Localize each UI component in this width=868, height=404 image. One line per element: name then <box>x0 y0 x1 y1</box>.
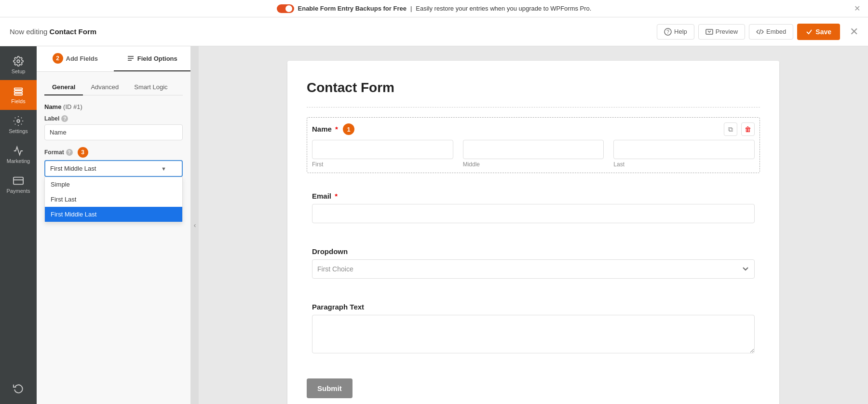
first-name-sublabel: First <box>312 161 453 168</box>
middle-name-input[interactable] <box>463 140 604 159</box>
format-help-icon: ? <box>66 149 73 156</box>
embed-icon <box>756 28 764 36</box>
first-name-input[interactable] <box>312 140 453 159</box>
field-options-icon <box>127 54 135 62</box>
dropdown-select[interactable]: First Choice <box>312 259 755 279</box>
add-fields-label: Add Fields <box>66 55 98 62</box>
dropdown-field-block: Dropdown First Choice <box>307 242 760 284</box>
last-name-col: Last <box>613 140 755 168</box>
help-icon: ? <box>664 28 672 36</box>
panel-collapse-handle[interactable]: ‹ <box>191 46 199 404</box>
form-canvas: Contact Form Name * 1 ⧉ 🗑 <box>199 46 868 404</box>
email-input[interactable] <box>312 204 755 223</box>
sidebar-label-setup: Setup <box>12 68 26 74</box>
name-field-header: Name * 1 ⧉ 🗑 <box>312 122 755 136</box>
label-field-label: Label ? <box>44 115 183 122</box>
sidebar-item-payments[interactable]: Payments <box>0 170 37 200</box>
name-field-block: Name * 1 ⧉ 🗑 <box>307 117 760 173</box>
form-card: Contact Form Name * 1 ⧉ 🗑 <box>287 61 779 404</box>
email-field-header: Email * <box>312 192 755 200</box>
format-dropdown-options: Simple First Last First Middle Last <box>44 177 183 222</box>
email-field-label: Email * <box>312 192 338 200</box>
subtab-smart-logic[interactable]: Smart Logic <box>126 80 175 95</box>
field-options-subtabs: General Advanced Smart Logic <box>44 80 183 95</box>
label-help-icon: ? <box>61 115 68 122</box>
field-options-content: General Advanced Smart Logic Name (ID #1… <box>37 72 190 203</box>
settings-icon <box>13 116 24 126</box>
save-icon <box>806 28 813 35</box>
banner-separator: | <box>410 5 412 12</box>
email-field-block: Email * <box>307 187 760 229</box>
tab-field-options[interactable]: Field Options <box>114 46 191 71</box>
svg-point-4 <box>17 60 20 63</box>
panel-tabs: 2 Add Fields Field Options <box>37 46 190 72</box>
close-button[interactable]: ✕ <box>850 26 858 38</box>
option-first-middle-last[interactable]: First Middle Last <box>45 207 182 222</box>
top-banner: Enable Form Entry Backups for Free | Eas… <box>0 0 868 17</box>
name-field-badge: 1 <box>343 123 354 135</box>
sidebar-item-fields[interactable]: Fields <box>0 80 37 110</box>
option-first-last[interactable]: First Last <box>45 192 182 207</box>
sidebar-item-setup[interactable]: Setup <box>0 50 37 80</box>
name-field-label: Name * 1 <box>312 123 354 135</box>
sidebar-item-history[interactable] <box>0 377 37 399</box>
header-actions: ? Help Preview Embed Save ✕ <box>657 24 858 40</box>
svg-rect-6 <box>14 91 23 93</box>
submit-button[interactable]: Submit <box>307 378 353 398</box>
option-simple[interactable]: Simple <box>45 177 182 192</box>
sidebar-item-settings[interactable]: Settings <box>0 110 37 140</box>
label-group: Label ? <box>44 115 183 140</box>
tab-add-fields[interactable]: 2 Add Fields <box>37 46 114 71</box>
preview-button[interactable]: Preview <box>698 24 745 40</box>
header-bar: Now editing Contact Form ? Help Preview <box>0 17 868 46</box>
first-name-col: First <box>312 140 453 168</box>
middle-name-col: Middle <box>463 140 604 168</box>
sidebar-bottom <box>0 377 37 404</box>
svg-rect-7 <box>14 94 23 95</box>
name-fields-row: First Middle Last <box>312 140 755 168</box>
paragraph-field-block: Paragraph Text <box>307 297 760 360</box>
chevron-down-icon: ▼ <box>161 166 166 172</box>
fields-icon <box>13 86 24 96</box>
paragraph-textarea[interactable] <box>312 315 755 353</box>
chevron-left-icon: ‹ <box>194 221 196 229</box>
help-button[interactable]: ? Help <box>657 24 694 40</box>
step-badge-3: 3 <box>78 147 88 158</box>
paragraph-field-label: Paragraph Text <box>312 303 364 311</box>
format-select-display[interactable]: First Middle Last ▼ <box>44 160 183 177</box>
svg-text:?: ? <box>666 29 669 35</box>
icon-sidebar: Setup Fields Settings Marketing Payments <box>0 46 37 404</box>
main-layout: Setup Fields Settings Marketing Payments <box>0 46 868 404</box>
sidebar-item-marketing[interactable]: Marketing <box>0 140 37 170</box>
field-options-label: Field Options <box>137 55 177 62</box>
embed-button[interactable]: Embed <box>749 24 793 40</box>
name-delete-button[interactable]: 🗑 <box>741 122 755 136</box>
svg-rect-9 <box>14 177 23 185</box>
editing-prefix: Now editing Contact Form <box>10 27 96 36</box>
name-field-actions: ⧉ 🗑 <box>724 122 755 136</box>
subtab-general[interactable]: General <box>44 80 83 95</box>
banner-toggle[interactable] <box>277 4 294 13</box>
name-copy-button[interactable]: ⧉ <box>724 122 737 136</box>
form-divider <box>307 107 760 108</box>
format-group: Format ? 3 First Middle Last ▼ Simple <box>44 147 183 177</box>
format-select-wrapper: First Middle Last ▼ Simple First Last Fi… <box>44 160 183 177</box>
label-input[interactable] <box>44 124 183 140</box>
preview-icon <box>705 28 713 36</box>
dropdown-field-header: Dropdown <box>312 247 755 256</box>
format-selected-value: First Middle Last <box>50 165 96 172</box>
sidebar-label-fields: Fields <box>11 98 25 104</box>
subtab-advanced[interactable]: Advanced <box>83 80 126 95</box>
format-field-label: Format ? 3 <box>44 147 183 158</box>
banner-close-button[interactable]: ✕ <box>854 4 860 13</box>
copy-icon: ⧉ <box>728 125 733 134</box>
last-name-input[interactable] <box>613 140 755 159</box>
editing-title: Now editing Contact Form <box>10 27 96 36</box>
field-section-title: Name (ID #1) <box>44 103 183 110</box>
payments-icon <box>13 175 24 186</box>
dropdown-field-label: Dropdown <box>312 247 348 256</box>
save-button[interactable]: Save <box>797 24 840 40</box>
add-fields-badge: 2 <box>53 53 63 64</box>
form-title: Contact Form <box>307 80 760 95</box>
sidebar-label-payments: Payments <box>7 188 30 194</box>
